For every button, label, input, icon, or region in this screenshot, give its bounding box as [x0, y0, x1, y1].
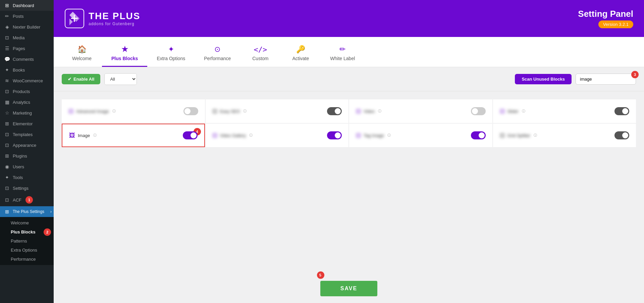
tab-welcome[interactable]: 🏠 Welcome	[62, 40, 102, 67]
custom-tab-icon: </>	[254, 45, 267, 54]
filter-select[interactable]: All Enabled Disabled	[105, 74, 137, 85]
block-left: ⊡ Slider ⓘ	[500, 107, 525, 115]
comments-icon: 💬	[4, 56, 10, 62]
enable-all-check: ✔	[68, 77, 71, 82]
sidebar-item-templates[interactable]: ⊡ Templates	[0, 129, 54, 140]
block-icon: ⊡	[500, 107, 505, 115]
woocommerce-icon: ≋	[4, 78, 10, 83]
sidebar-item-comments[interactable]: 💬 Comments	[0, 54, 54, 64]
block-label: Grid Splitter	[507, 133, 531, 138]
sidebar-item-woocommerce[interactable]: ≋ WooCommerce	[0, 75, 54, 86]
sidebar-item-marketing[interactable]: ☆ Marketing	[0, 107, 54, 118]
block-toggle[interactable]	[183, 107, 198, 115]
enable-all-button[interactable]: ✔ Enable All	[62, 74, 100, 84]
sub-menu-item-performance[interactable]: Performance	[0, 255, 54, 264]
sidebar-item-posts[interactable]: ✏ Posts	[0, 11, 54, 21]
block-card-slider: ⊡ Slider ⓘ	[493, 99, 636, 123]
blocks-grid: ⊡ Advanced Image ⓘ ⊡ Easy SEO ⓘ	[62, 99, 636, 147]
toggle-slider	[471, 131, 486, 139]
toggle-knob	[479, 132, 485, 138]
block-toggle[interactable]	[471, 131, 486, 139]
block-info: ⓘ	[378, 109, 381, 114]
tabs-bar: 🏠 Welcome ★ Plus Blocks ✦ Extra Options …	[54, 37, 644, 67]
block-left: ⊡ Video ⓘ	[356, 107, 381, 115]
sub-menu: Welcome Plus Blocks 2 Patterns Extra Opt…	[0, 217, 54, 265]
extra-options-tab-icon: ✦	[168, 45, 174, 54]
save-area: 5 SAVE	[54, 274, 644, 303]
block-info: ⓘ	[112, 109, 116, 114]
search-input[interactable]	[576, 74, 636, 85]
sidebar-item-tools[interactable]: ✦ Tools	[0, 172, 54, 183]
block-toggle[interactable]	[471, 107, 486, 115]
sub-menu-item-patterns[interactable]: Patterns	[0, 236, 54, 246]
welcome-tab-icon: 🏠	[77, 45, 87, 54]
sidebar-item-dashboard[interactable]: ⊞ Dashboard	[0, 0, 54, 11]
sidebar-item-media[interactable]: ⊡ Media	[0, 32, 54, 43]
toggle-slider	[183, 131, 198, 139]
sidebar-item-appearance[interactable]: ⊡ Appearance	[0, 140, 54, 150]
toggle-knob	[622, 132, 628, 138]
block-label: Video	[364, 109, 375, 114]
tab-extra-options[interactable]: ✦ Extra Options	[147, 40, 195, 67]
sidebar-item-books[interactable]: ✦ Books	[0, 64, 54, 75]
sidebar-item-nexter-builder[interactable]: ◈ Nexter Builder	[0, 21, 54, 32]
toggle-knob	[472, 108, 478, 114]
sub-menu-item-extra-options[interactable]: Extra Options	[0, 246, 54, 255]
tab-performance[interactable]: ⊙ Performance	[195, 40, 240, 67]
analytics-icon: ▦	[4, 99, 10, 105]
setting-panel-title: Setting Panel	[578, 9, 633, 19]
tab-activate[interactable]: 🔑 Activate	[280, 40, 321, 67]
toggle-knob	[335, 132, 341, 138]
sidebar-item-elementor[interactable]: ⊞ Elementor	[0, 118, 54, 129]
sidebar-item-settings[interactable]: ⊡ Settings	[0, 183, 54, 193]
sidebar-item-pages[interactable]: ☰ Pages	[0, 43, 54, 54]
block-info: ⓘ	[93, 133, 97, 138]
block-toggle[interactable]	[327, 107, 342, 115]
tab-plus-blocks[interactable]: ★ Plus Blocks	[102, 40, 147, 67]
search-wrapper: 3	[576, 74, 636, 85]
block-toggle[interactable]	[614, 107, 629, 115]
toggle-knob	[191, 132, 197, 138]
header: THE PLUS addons for Gutenberg Setting Pa…	[54, 0, 644, 37]
block-info: ⓘ	[243, 109, 247, 114]
block-card-video-gallery: ⊡ Video Gallery ⓘ	[206, 124, 349, 147]
sidebar-item-the-plus[interactable]: ⊞ The Plus Settings ›	[0, 206, 54, 217]
block-info: ⓘ	[522, 109, 525, 114]
media-icon: ⊡	[4, 35, 10, 40]
sub-plus-blocks-badge: 2	[44, 228, 51, 236]
sub-menu-item-welcome[interactable]: Welcome	[0, 218, 54, 227]
svg-rect-2	[74, 15, 75, 22]
elementor-icon: ⊞	[4, 121, 10, 126]
toggle-knob	[622, 108, 628, 114]
block-icon: ⊡	[356, 132, 361, 139]
search-badge: 3	[631, 71, 639, 78]
block-icon: ⊡	[212, 132, 217, 139]
sidebar: ⊞ Dashboard ✏ Posts ◈ Nexter Builder ⊡ M…	[0, 0, 54, 303]
block-left: ⊡ Easy SEO ⓘ	[212, 107, 247, 115]
acf-badge: 1	[25, 196, 33, 204]
scan-unused-button[interactable]: Scan Unused Blocks	[515, 74, 572, 84]
logo-subtitle: addons for Gutenberg	[89, 21, 140, 26]
block-card-grid-splitter: ⊡ Grid Splitter ⓘ	[493, 124, 636, 147]
sidebar-item-plugins[interactable]: ⊞ Plugins	[0, 150, 54, 161]
block-toggle[interactable]	[327, 131, 342, 139]
logo-svg	[64, 8, 85, 29]
block-info: ⓘ	[534, 133, 537, 138]
tab-custom[interactable]: </> Custom	[240, 40, 280, 67]
sidebar-item-acf[interactable]: ⊡ ACF 1	[0, 193, 54, 206]
sub-menu-item-plus-blocks[interactable]: Plus Blocks 2	[0, 227, 54, 236]
block-icon: ⊡	[500, 132, 505, 139]
block-toggle[interactable]	[614, 131, 629, 139]
tab-white-label[interactable]: ✏ White Label	[321, 40, 364, 67]
toggle-slider	[614, 131, 629, 139]
image-block-toggle[interactable]	[183, 131, 198, 139]
block-left: ⊡ Video Gallery ⓘ	[212, 132, 253, 139]
sidebar-item-users[interactable]: ◉ Users	[0, 161, 54, 172]
sidebar-item-products[interactable]: ⊡ Products	[0, 86, 54, 97]
block-icon: ⊡	[356, 107, 361, 115]
sidebar-item-analytics[interactable]: ▦ Analytics	[0, 97, 54, 107]
acf-icon: ⊡	[4, 197, 10, 203]
save-button[interactable]: 5 SAVE	[320, 281, 377, 296]
block-card-image: 🖼 Image ⓘ 4	[62, 124, 205, 147]
toggle-slider	[183, 107, 198, 115]
